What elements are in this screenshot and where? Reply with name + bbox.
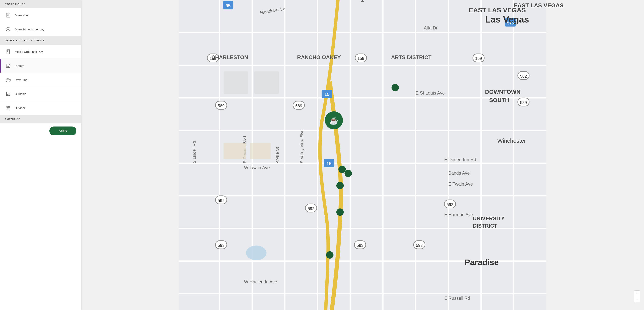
svg-text:593: 593 <box>356 243 363 248</box>
active-bar <box>0 59 1 73</box>
svg-point-118 <box>392 84 399 91</box>
svg-text:ARTS DISTRICT: ARTS DISTRICT <box>391 54 432 60</box>
drivethru-icon <box>5 76 12 83</box>
in-store-item[interactable]: In store <box>0 59 81 73</box>
svg-text:☕: ☕ <box>329 116 338 125</box>
svg-text:592: 592 <box>218 198 224 203</box>
svg-rect-112 <box>224 71 248 94</box>
mobile-order-label: Mobile Order and Pay <box>15 50 43 53</box>
svg-text:Las Vegas: Las Vegas <box>485 14 529 24</box>
svg-text:582: 582 <box>520 74 527 78</box>
svg-text:592: 592 <box>308 206 314 211</box>
open-now-label: Open Now <box>15 14 28 17</box>
svg-text:95: 95 <box>226 3 231 8</box>
svg-text:RANCHO OAKEY: RANCHO OAKEY <box>297 54 341 60</box>
svg-text:24: 24 <box>7 29 9 31</box>
svg-text:593: 593 <box>416 243 422 248</box>
curbside-label: Curbside <box>15 92 26 96</box>
svg-text:159: 159 <box>475 56 482 61</box>
instore-icon <box>5 62 12 69</box>
svg-point-26 <box>8 106 10 108</box>
svg-text:Arville St: Arville St <box>275 147 280 163</box>
svg-point-17 <box>6 81 7 82</box>
svg-text:589: 589 <box>218 104 224 108</box>
svg-point-121 <box>336 182 344 189</box>
svg-point-18 <box>9 81 10 82</box>
svg-text:Winchester: Winchester <box>498 138 526 144</box>
svg-point-120 <box>344 170 352 177</box>
zoom-out-button[interactable]: − <box>634 296 640 302</box>
filter-panel: STORE HOURS Open Now 24 Open 24 hours pe… <box>0 0 81 310</box>
order-pickup-header: ORDER & PICK UP OPTIONS <box>0 36 81 45</box>
svg-point-23 <box>7 96 8 96</box>
svg-text:UNIVERSITY: UNIVERSITY <box>473 215 504 221</box>
svg-point-25 <box>6 106 8 108</box>
map-container: 15 15 589 589 592 592 592 593 593 593 15… <box>81 0 644 310</box>
svg-rect-7 <box>7 49 10 54</box>
svg-text:159: 159 <box>358 56 364 61</box>
svg-text:E Harmon Ave: E Harmon Ave <box>444 212 473 217</box>
svg-text:S Lindell Rd: S Lindell Rd <box>192 141 196 163</box>
svg-text:15: 15 <box>326 161 332 166</box>
in-store-label: In store <box>15 64 24 67</box>
outdoor-icon <box>5 104 12 111</box>
open-now-item[interactable]: Open Now <box>0 8 81 22</box>
svg-rect-115 <box>250 143 270 159</box>
svg-rect-114 <box>224 143 246 159</box>
svg-rect-9 <box>8 50 9 52</box>
curbside-icon <box>5 90 12 97</box>
zoom-in-button[interactable]: + <box>634 291 640 296</box>
outdoor-item[interactable]: Outdoor <box>0 101 81 115</box>
svg-text:DISTRICT: DISTRICT <box>473 223 497 229</box>
svg-text:E Russell Rd: E Russell Rd <box>444 296 470 301</box>
mobile-icon <box>5 48 12 55</box>
svg-text:592: 592 <box>446 202 453 207</box>
svg-text:E Desert Inn Rd: E Desert Inn Rd <box>444 157 476 162</box>
svg-text:CHARLESTON: CHARLESTON <box>212 54 248 60</box>
outdoor-label: Outdoor <box>15 106 25 110</box>
svg-point-119 <box>338 165 346 173</box>
svg-rect-4 <box>7 15 8 16</box>
svg-point-111 <box>246 246 266 260</box>
svg-text:Sands Ave: Sands Ave <box>448 170 470 176</box>
apply-button[interactable]: Apply <box>50 127 76 135</box>
svg-point-122 <box>336 208 344 216</box>
svg-rect-16 <box>6 79 9 81</box>
drive-thru-label: Drive-Thru <box>15 78 28 81</box>
apply-button-container: Apply <box>0 123 81 139</box>
svg-rect-3 <box>7 15 9 15</box>
svg-point-123 <box>326 251 334 259</box>
svg-text:589: 589 <box>520 100 527 105</box>
map-svg: 15 15 589 589 592 592 592 593 593 593 15… <box>81 0 644 310</box>
svg-text:W Hacienda Ave: W Hacienda Ave <box>244 279 277 284</box>
svg-text:E Twain Ave: E Twain Ave <box>448 181 473 187</box>
svg-rect-113 <box>254 71 279 94</box>
svg-text:E St Louis Ave: E St Louis Ave <box>416 91 445 96</box>
open-24-item[interactable]: 24 Open 24 hours per day <box>0 22 81 36</box>
open-24-label: Open 24 hours per day <box>15 28 44 31</box>
drive-thru-item[interactable]: Drive-Thru <box>0 73 81 87</box>
svg-text:SOUTH: SOUTH <box>489 97 509 103</box>
svg-text:EAST LAS VEGAS: EAST LAS VEGAS <box>514 2 564 8</box>
svg-text:DOWNTOWN: DOWNTOWN <box>485 89 520 95</box>
mobile-order-item[interactable]: Mobile Order and Pay <box>0 45 81 59</box>
clock-icon <box>5 12 12 19</box>
store-hours-header: STORE HOURS <box>0 0 81 8</box>
24-icon: 24 <box>5 26 12 33</box>
svg-text:S Valley View Blvd: S Valley View Blvd <box>300 130 304 163</box>
svg-text:589: 589 <box>295 104 302 108</box>
curbside-item[interactable]: Curbside <box>0 87 81 101</box>
zoom-controls: + − <box>634 290 640 302</box>
svg-text:Paradise: Paradise <box>465 258 499 267</box>
svg-text:593: 593 <box>218 243 224 248</box>
svg-point-24 <box>9 96 10 96</box>
svg-text:Alta Dr: Alta Dr <box>424 25 438 30</box>
svg-text:W Twain Ave: W Twain Ave <box>244 165 270 170</box>
amenities-header: AMENITIES <box>0 115 81 123</box>
svg-text:15: 15 <box>324 92 330 97</box>
